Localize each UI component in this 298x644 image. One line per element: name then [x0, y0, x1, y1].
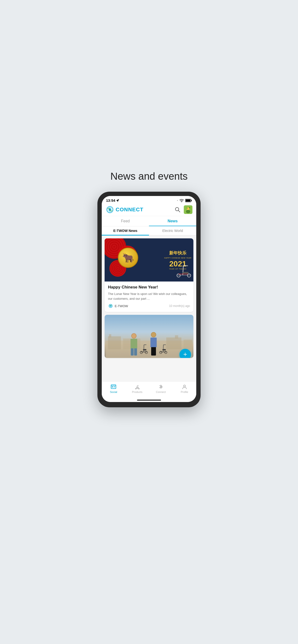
svg-marker-0 — [117, 199, 119, 202]
etwow-logo-icon — [108, 303, 113, 308]
svg-rect-4 — [186, 199, 191, 202]
people-group — [130, 332, 168, 356]
svg-rect-21 — [186, 265, 188, 266]
card-1-content: Happy Chinese New Year! The Lunar New Ye… — [105, 282, 193, 312]
svg-point-13 — [187, 208, 188, 209]
svg-rect-28 — [109, 334, 111, 338]
card-1-meta: E-TWOW 10 month(s) ago — [108, 303, 190, 308]
card-1-source: E-TWOW — [108, 303, 128, 308]
phone-frame: 13:54 ● — [97, 192, 201, 407]
nav-label-social: Social — [110, 390, 117, 394]
chinese-text: 新年快乐 — [164, 250, 192, 256]
nav-item-profile[interactable]: Profile — [173, 383, 197, 394]
svg-rect-3 — [191, 200, 192, 201]
status-bar: 13:54 ● — [102, 196, 196, 204]
svg-point-53 — [135, 388, 136, 389]
nav-label-connect: Connect — [156, 390, 166, 394]
status-time: 13:54 — [106, 198, 119, 202]
wifi-icon — [180, 199, 184, 202]
svg-point-56 — [184, 385, 186, 387]
home-bar — [137, 400, 161, 400]
svg-point-18 — [177, 274, 180, 277]
nav-label-profile: Profile — [181, 390, 188, 394]
svg-rect-55 — [136, 387, 138, 388]
cny-banner-image: 🐂 新年快乐 HAPPY CHINESE NEW YEAR 2021 YEAR … — [105, 238, 193, 282]
svg-rect-20 — [183, 272, 189, 274]
sub-tab-etwow-news[interactable]: E-TWOW News — [102, 226, 149, 235]
main-tabs: Feed News — [102, 216, 196, 226]
app-logo-icon — [106, 205, 114, 214]
products-icon — [134, 384, 140, 390]
signal-dot: ● — [177, 199, 178, 202]
english-text: HAPPY CHINESE NEW YEAR — [164, 257, 192, 259]
svg-point-36 — [140, 351, 142, 354]
home-indicator — [102, 398, 196, 402]
svg-line-16 — [183, 266, 184, 275]
svg-point-37 — [145, 351, 147, 354]
svg-point-12 — [186, 210, 190, 213]
svg-point-54 — [138, 388, 139, 389]
sub-tabs: E-TWOW News Electric World — [102, 226, 196, 236]
tab-news[interactable]: News — [149, 216, 196, 226]
svg-line-34 — [144, 345, 144, 352]
nav-item-social[interactable]: Social — [102, 383, 125, 394]
location-icon — [116, 199, 119, 202]
svg-point-43 — [165, 351, 167, 354]
svg-rect-31 — [175, 336, 178, 339]
svg-point-14 — [189, 207, 190, 208]
svg-rect-44 — [163, 349, 166, 350]
sub-tab-electric-world[interactable]: Electric World — [149, 226, 196, 235]
profile-icon — [182, 384, 187, 390]
svg-line-9 — [179, 210, 180, 212]
bottom-nav: Social Products — [102, 382, 196, 398]
avatar[interactable] — [184, 205, 192, 214]
scooter-image — [175, 263, 192, 280]
bull-emblem: 🐂 — [118, 248, 138, 268]
page-wrapper: News and events 13:54 ● — [75, 161, 224, 483]
svg-point-1 — [181, 202, 182, 202]
svg-rect-32 — [184, 340, 192, 350]
page-title: News and events — [110, 170, 188, 182]
phone-screen: 13:54 ● — [102, 196, 196, 402]
svg-rect-27 — [108, 336, 121, 349]
svg-rect-30 — [166, 338, 181, 350]
svg-rect-47 — [112, 386, 113, 388]
svg-point-19 — [187, 274, 191, 277]
svg-point-42 — [160, 351, 162, 354]
social-icon — [111, 384, 116, 390]
nav-label-products: Products — [132, 390, 142, 394]
battery-icon — [185, 199, 192, 202]
card-1-title: Happy Chinese New Year! — [108, 285, 190, 290]
header-actions — [174, 205, 192, 214]
news-card-2[interactable]: + — [105, 315, 193, 358]
nav-item-connect[interactable]: Connect — [149, 383, 173, 394]
nav-item-products[interactable]: Products — [125, 383, 149, 394]
card-1-time: 10 month(s) ago — [169, 304, 190, 308]
search-icon — [175, 207, 181, 212]
tab-feed[interactable]: Feed — [102, 216, 149, 226]
app-header: CONNECT — [102, 204, 196, 216]
bluetooth-icon — [158, 384, 164, 390]
time-display: 13:54 — [106, 198, 115, 202]
status-icons: ● — [177, 199, 192, 202]
card-1-excerpt: The Lunar New Year is upon us! We wish o… — [108, 292, 190, 301]
logo-container: CONNECT — [106, 205, 143, 214]
search-button[interactable] — [174, 206, 181, 214]
logo-text: CONNECT — [116, 206, 143, 213]
svg-rect-38 — [143, 349, 146, 350]
scooter-svg — [175, 263, 192, 279]
content-area: 🐂 新年快乐 HAPPY CHINESE NEW YEAR 2021 YEAR … — [102, 236, 196, 382]
news-card-1[interactable]: 🐂 新年快乐 HAPPY CHINESE NEW YEAR 2021 YEAR … — [105, 238, 193, 312]
